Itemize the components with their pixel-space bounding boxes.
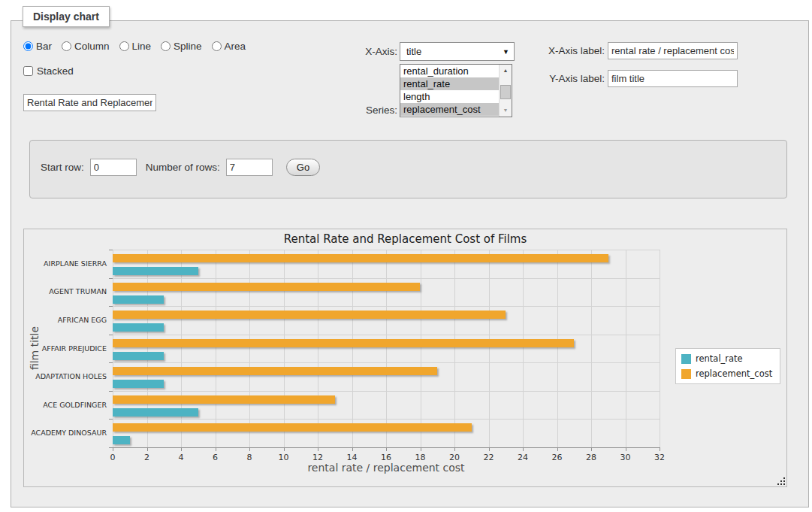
bar-replacement-cost (113, 339, 574, 347)
resize-grip-icon[interactable] (777, 477, 786, 486)
x-tick-mark (216, 448, 216, 451)
bar-replacement-cost (113, 395, 335, 404)
radio-label: Column (74, 41, 110, 52)
stacked-checkbox-row[interactable]: Stacked (23, 65, 74, 77)
bar-rental-rate (113, 436, 130, 444)
gridline (249, 250, 250, 447)
bar-rental-rate (113, 323, 164, 332)
chart-title: Rental Rate and Replacement Cost of Film… (24, 232, 786, 246)
category-label: AGENT TRUMAN (24, 287, 107, 295)
gridline (113, 306, 660, 307)
scroll-down-icon[interactable]: ▼ (500, 105, 512, 116)
radio-label: Area (225, 41, 246, 52)
radio-area[interactable] (212, 41, 222, 51)
bar-rental-rate (113, 267, 198, 275)
gridline (216, 250, 216, 447)
gridline (147, 250, 148, 447)
go-button[interactable]: Go (286, 159, 320, 176)
chart-type-radio-spline[interactable]: Spline (161, 41, 202, 52)
radio-spline[interactable] (161, 41, 171, 51)
x-tick-label: 14 (341, 453, 364, 462)
gridline (591, 250, 592, 447)
x-tick-mark (147, 448, 148, 451)
gridline (660, 250, 660, 447)
x-tick-mark (591, 448, 592, 451)
x-axis-label-input[interactable] (608, 42, 738, 59)
panel-legend: Display chart (23, 6, 110, 27)
x-tick-mark (386, 448, 387, 451)
gridline (284, 250, 285, 447)
gridline (113, 278, 660, 279)
x-tick-label: 2 (136, 453, 158, 462)
chart-type-radio-bar[interactable]: Bar (23, 41, 52, 52)
bar-rental-rate (113, 380, 164, 388)
gridline (489, 250, 490, 447)
stacked-checkbox[interactable] (23, 66, 33, 76)
legend-label: replacement_cost (696, 368, 772, 379)
x-tick-label: 8 (238, 453, 261, 462)
gridline (113, 362, 660, 363)
gridline (113, 335, 660, 335)
legend-label: rental_rate (696, 353, 743, 364)
x-tick-mark (352, 448, 353, 451)
bar-replacement-cost (113, 254, 608, 262)
legend-swatch (681, 354, 691, 364)
category-label: ACADEMY DINOSAUR (24, 429, 107, 437)
series-option-length[interactable]: length (400, 90, 499, 103)
gridline (318, 250, 318, 447)
y-tick-mark (109, 250, 113, 250)
legend-swatch (681, 369, 691, 379)
x-tick-mark (249, 448, 250, 451)
x-tick-mark (489, 448, 490, 451)
bar-replacement-cost (113, 367, 437, 375)
x-axis-select[interactable]: title ▼ (400, 42, 515, 61)
y-tick-mark (109, 278, 113, 279)
scroll-up-icon[interactable]: ▲ (500, 65, 512, 76)
x-tick-label: 10 (273, 453, 295, 462)
x-tick-label: 4 (170, 453, 192, 462)
series-select-label: Series: (334, 105, 397, 116)
x-tick-mark (318, 448, 318, 451)
x-tick-label: 6 (204, 453, 227, 462)
start-row-input[interactable] (90, 159, 137, 176)
x-tick-mark (421, 448, 421, 451)
chart-type-radio-column[interactable]: Column (62, 41, 110, 52)
category-label: AFFAIR PREJUDICE (24, 344, 107, 353)
display-chart-panel: Display chart BarColumnLineSplineArea St… (11, 20, 809, 507)
gridline (454, 250, 455, 447)
radio-column[interactable] (62, 41, 71, 51)
x-tick-label: 28 (580, 453, 602, 462)
radio-bar[interactable] (23, 41, 33, 51)
gridline (181, 250, 182, 447)
series-scrollbar[interactable]: ▲ ▼ (499, 65, 512, 117)
radio-line[interactable] (119, 41, 129, 51)
series-multiselect[interactable]: rental_durationrental_ratelengthreplacem… (400, 64, 512, 117)
chart-x-axis-title: rental rate / replacement cost (113, 462, 660, 474)
number-of-rows-input[interactable] (226, 159, 273, 176)
gridline (557, 250, 558, 447)
series-option-replacement-cost[interactable]: replacement_cost (400, 103, 499, 116)
chart-title-input[interactable] (23, 94, 156, 111)
gridline (626, 250, 626, 447)
x-axis-label-field-label: X-Axis label: (534, 45, 605, 56)
y-axis-label-field-label: Y-Axis label: (534, 73, 605, 84)
chart-type-radio-line[interactable]: Line (119, 41, 152, 52)
bar-replacement-cost (113, 423, 472, 432)
x-tick-mark (454, 448, 455, 451)
chart-type-radio-area[interactable]: Area (212, 41, 246, 52)
x-tick-mark (660, 448, 660, 451)
x-tick-label: 12 (306, 453, 329, 462)
y-axis-label-input[interactable] (608, 70, 738, 87)
chart-plot-area (113, 250, 660, 447)
x-tick-mark (284, 448, 285, 451)
x-tick-mark (181, 448, 182, 451)
x-tick-label: 16 (375, 453, 397, 462)
series-option-rental-duration[interactable]: rental_duration (400, 65, 499, 77)
x-tick-label: 24 (512, 453, 534, 462)
chart-type-radio-group: BarColumnLineSplineArea (23, 41, 246, 52)
x-tick-label: 32 (648, 453, 671, 462)
scrollbar-thumb[interactable] (500, 85, 511, 99)
series-options: rental_durationrental_ratelengthreplacem… (400, 65, 499, 117)
series-option-rental-rate[interactable]: rental_rate (400, 77, 499, 90)
gridline (113, 419, 660, 420)
